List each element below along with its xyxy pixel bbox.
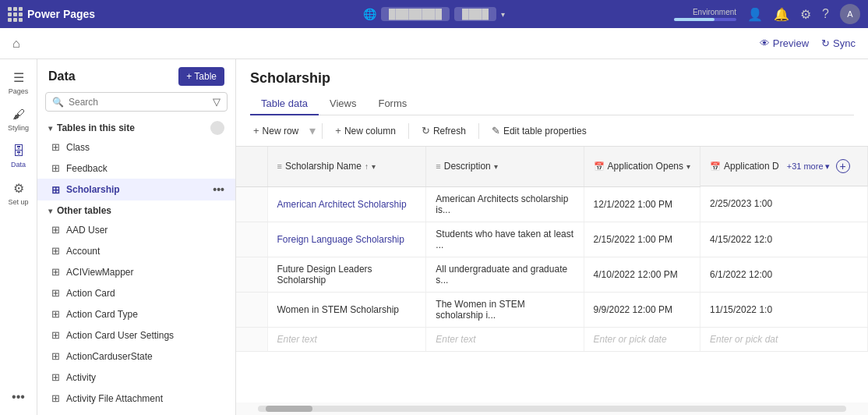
col-header-scholarship-name[interactable]: ≡ Scholarship Name ↑ ▾ <box>267 147 426 186</box>
this-site-section-header[interactable]: ▾ Tables in this site <box>37 118 235 137</box>
table-item-activityparty[interactable]: ⊞ Activity Party <box>37 409 235 415</box>
sync-button[interactable]: ↻ Sync <box>821 37 856 49</box>
table-item-actioncard[interactable]: ⊞ Action Card <box>37 282 235 303</box>
table-item-activityfileattachment[interactable]: ⊞ Activity File Attachment <box>37 388 235 409</box>
table-row: American Architect Scholarship American … <box>236 186 868 222</box>
table-name-actioncardusersettings: Action Card User Settings <box>66 330 174 341</box>
search-input[interactable] <box>69 97 208 108</box>
new-row-dropdown[interactable]: ▾ <box>309 123 316 138</box>
table-item-activity[interactable]: ⊞ Activity <box>37 367 235 388</box>
table-item-actioncarduserstate[interactable]: ⊞ ActionCarduserState <box>37 346 235 367</box>
grid-icon-class: ⊞ <box>51 141 60 153</box>
row-num-2 <box>236 222 267 257</box>
more-cols-chevron[interactable]: ▾ <box>825 161 830 172</box>
sidebar-item-setup[interactable]: ⚙ Set up <box>2 176 36 211</box>
col-icon-scholarship-name: ≡ <box>277 161 282 171</box>
edit-properties-button[interactable]: ✎ Edit table properties <box>485 122 593 140</box>
table-item-feedback[interactable]: ⊞ Feedback <box>37 158 235 179</box>
nav-dropdown-chevron[interactable]: ▾ <box>501 10 505 19</box>
table-item-account[interactable]: ⊞ Account <box>37 240 235 261</box>
cell-scholarship-name-2[interactable]: Foreign Language Scholarship <box>267 222 426 257</box>
enter-date-appopens[interactable]: Enter or pick date <box>584 327 700 351</box>
enter-date-appd[interactable]: Enter or pick dat <box>700 327 867 351</box>
tab-table-data[interactable]: Table data <box>250 93 319 115</box>
table-name-actioncard: Action Card <box>66 288 115 299</box>
setup-icon: ⚙ <box>13 181 24 196</box>
scholarship-more-button[interactable]: ••• <box>213 183 224 196</box>
env-label: Environment <box>693 8 736 16</box>
preview-button[interactable]: 👁 Preview <box>760 37 809 49</box>
toolbar-divider-3 <box>478 123 479 139</box>
table-item-class[interactable]: ⊞ Class <box>37 137 235 158</box>
cell-scholarship-name-4: Women in STEM Scholarship <box>267 292 426 327</box>
person-icon[interactable]: 👤 <box>747 7 763 22</box>
other-tables-section-header[interactable]: ▾ Other tables <box>37 200 235 219</box>
help-icon[interactable]: ? <box>822 7 829 21</box>
table-item-scholarship[interactable]: ⊞ Scholarship ••• <box>37 179 235 200</box>
search-bar: 🔍 ▽ <box>45 92 228 112</box>
cell-appd-1: 2/25/2023 1:00 <box>700 186 867 222</box>
cell-description-3: All undergraduate and graduate s... <box>426 257 584 292</box>
row-num-empty <box>236 327 267 351</box>
more-columns-button[interactable]: +31 more ▾ + <box>779 153 858 179</box>
table-row: Future Design Leaders Scholarship All un… <box>236 257 868 292</box>
page-title: Scholarship <box>250 70 854 87</box>
waffle-icon[interactable] <box>8 7 23 22</box>
enter-text-desc[interactable]: Enter text <box>426 327 584 351</box>
table-row-empty[interactable]: Enter text Enter text Enter or pick date… <box>236 327 868 351</box>
cell-description-1: American Architects scholarship is... <box>426 186 584 222</box>
sidebar-data-label: Data <box>11 161 26 168</box>
dropdown-scholarship-name[interactable]: ▾ <box>372 162 376 171</box>
main-content: Scholarship Table data Views Forms + New… <box>236 59 868 415</box>
grid-icon-activity: ⊞ <box>51 371 60 383</box>
nav-page-pill[interactable]: ████ <box>454 7 496 21</box>
table-item-actioncardtype[interactable]: ⊞ Action Card Type <box>37 303 235 325</box>
sidebar-item-data[interactable]: 🗄 Data <box>2 140 36 173</box>
table-container[interactable]: ≡ Scholarship Name ↑ ▾ ≡ Description ▾ <box>236 147 868 403</box>
cell-appd-2: 4/15/2022 12:0 <box>700 222 867 257</box>
nav-site-pill[interactable]: ████████ <box>381 7 450 21</box>
new-row-button[interactable]: + New row <box>247 122 305 140</box>
table-item-actioncardusersettings[interactable]: ⊞ Action Card User Settings <box>37 325 235 346</box>
sidebar-pages-label: Pages <box>9 87 29 95</box>
dropdown-app-opens[interactable]: ▾ <box>686 162 690 171</box>
col-icon-appd: 📅 <box>710 161 721 172</box>
sidebar-item-styling[interactable]: 🖌 Styling <box>2 103 36 137</box>
sidebar-more-button[interactable]: ••• <box>2 385 36 409</box>
table-row: Foreign Language Scholarship Students wh… <box>236 222 868 257</box>
refresh-button[interactable]: ↻ Refresh <box>415 122 472 140</box>
dropdown-description[interactable]: ▾ <box>494 162 498 171</box>
col-header-description[interactable]: ≡ Description ▾ <box>426 147 584 186</box>
tab-views[interactable]: Views <box>319 93 367 115</box>
new-column-button[interactable]: + New column <box>329 122 402 140</box>
filter-icon[interactable]: ▽ <box>213 96 221 108</box>
horizontal-scrollbar[interactable] <box>258 406 846 412</box>
grid-icon-actioncardusersettings: ⊞ <box>51 329 60 341</box>
table-name-scholarship: Scholarship <box>66 184 120 195</box>
bell-icon[interactable]: 🔔 <box>774 7 789 22</box>
enter-text-name[interactable]: Enter text <box>267 327 426 351</box>
sidebar-styling-label: Styling <box>8 124 29 132</box>
cell-scholarship-name-1[interactable]: American Architect Scholarship <box>267 186 426 222</box>
avatar[interactable]: A <box>840 4 860 24</box>
settings-icon[interactable]: ⚙ <box>800 7 811 22</box>
sidebar-item-pages[interactable]: ☰ Pages <box>2 66 36 100</box>
col-icon-app-opens: 📅 <box>594 161 605 172</box>
home-icon[interactable]: ⌂ <box>12 37 20 51</box>
col-label-appd: Application D <box>724 161 779 172</box>
tab-forms[interactable]: Forms <box>367 93 418 115</box>
cell-appopens-3: 4/10/2022 12:00 PM <box>584 257 700 292</box>
table-item-aaduser[interactable]: ⊞ AAD User <box>37 219 235 240</box>
add-table-button[interactable]: + Table <box>178 67 224 86</box>
table-item-aciviewmapper[interactable]: ⊞ ACIViewMapper <box>37 261 235 282</box>
preview-label: Preview <box>773 37 809 49</box>
col-header-appd[interactable]: 📅 Application D +31 more ▾ + <box>700 147 868 186</box>
table-list: ▾ Tables in this site ⊞ Class ⊞ Feedback… <box>37 118 235 415</box>
grid-icon-aciviewmapper: ⊞ <box>51 266 60 278</box>
add-column-circle-button[interactable]: + <box>836 159 850 173</box>
top-nav-left: Power Pages <box>8 7 95 22</box>
pages-icon: ☰ <box>13 70 24 85</box>
globe-icon[interactable]: 🌐 <box>363 8 376 20</box>
col-header-app-opens[interactable]: 📅 Application Opens ▾ <box>584 147 700 186</box>
grid-icon-scholarship: ⊞ <box>51 184 60 196</box>
